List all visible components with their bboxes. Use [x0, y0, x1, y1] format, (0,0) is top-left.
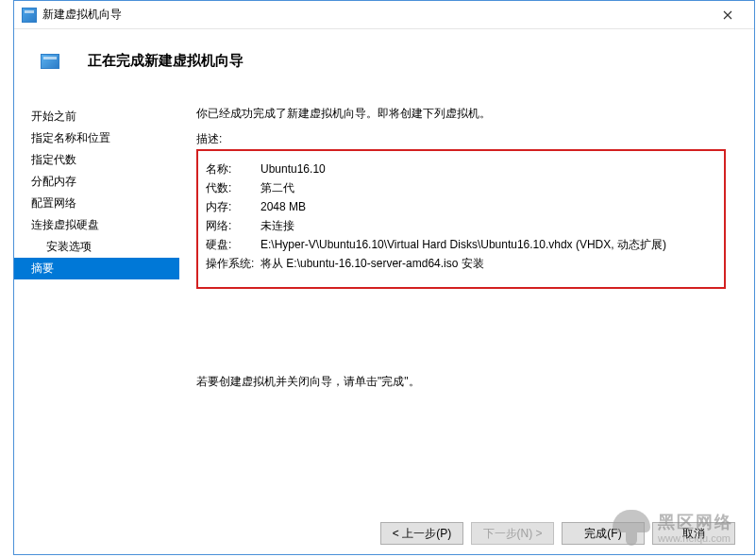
summary-row-name: 名称: Ubuntu16.10 [206, 160, 716, 177]
summary-value: 第二代 [260, 179, 716, 196]
step-name-location[interactable]: 指定名称和位置 [14, 127, 179, 149]
step-summary[interactable]: 摘要 [14, 258, 179, 279]
back-button[interactable]: < 上一步(P) [380, 522, 463, 545]
wizard-window: 新建虚拟机向导 正在完成新建虚拟机向导 开始之前 指定名称和位置 指定代数 分配… [13, 0, 755, 555]
wizard-icon [41, 54, 59, 69]
step-before-you-begin[interactable]: 开始之前 [14, 106, 179, 127]
step-install-options[interactable]: 安装选项 [14, 236, 179, 258]
left-edge [0, 0, 13, 557]
wizard-footer: < 上一步(P) 下一步(N) > 完成(F) 取消 [380, 522, 735, 545]
close-icon [723, 10, 732, 20]
summary-value: E:\Hyper-V\Ubuntu16.10\Virtual Hard Disk… [260, 236, 716, 253]
wizard-sidebar: 开始之前 指定名称和位置 指定代数 分配内存 配置网络 连接虚拟硬盘 安装选项 … [14, 89, 179, 485]
summary-key: 代数: [206, 179, 260, 196]
step-generation[interactable]: 指定代数 [14, 149, 179, 171]
summary-value: 将从 E:\ubuntu-16.10-server-amd64.iso 安装 [260, 255, 716, 272]
description-label: 描述: [196, 131, 726, 147]
next-button: 下一步(N) > [471, 522, 554, 545]
summary-row-generation: 代数: 第二代 [206, 179, 716, 196]
summary-row-disk: 硬盘: E:\Hyper-V\Ubuntu16.10\Virtual Hard … [206, 236, 716, 253]
close-button[interactable] [709, 2, 747, 28]
step-vhd[interactable]: 连接虚拟硬盘 [14, 214, 179, 236]
summary-key: 硬盘: [206, 236, 260, 253]
summary-key: 网络: [206, 217, 260, 234]
wizard-body: 开始之前 指定名称和位置 指定代数 分配内存 配置网络 连接虚拟硬盘 安装选项 … [14, 89, 754, 485]
summary-value: 未连接 [260, 217, 716, 234]
summary-value: Ubuntu16.10 [260, 160, 716, 177]
summary-row-os: 操作系统: 将从 E:\ubuntu-16.10-server-amd64.is… [206, 255, 716, 272]
summary-key: 操作系统: [206, 255, 260, 272]
instruction-text: 若要创建虚拟机并关闭向导，请单击"完成"。 [196, 374, 726, 390]
summary-row-memory: 内存: 2048 MB [206, 198, 716, 215]
step-memory[interactable]: 分配内存 [14, 171, 179, 193]
titlebar: 新建虚拟机向导 [14, 1, 754, 29]
wizard-content: 你已经成功完成了新建虚拟机向导。即将创建下列虚拟机。 描述: 名称: Ubunt… [179, 89, 754, 485]
cancel-button[interactable]: 取消 [652, 522, 735, 545]
wizard-title: 正在完成新建虚拟机向导 [88, 52, 244, 70]
intro-text: 你已经成功完成了新建虚拟机向导。即将创建下列虚拟机。 [196, 106, 726, 122]
summary-key: 名称: [206, 160, 260, 177]
step-network[interactable]: 配置网络 [14, 193, 179, 214]
summary-key: 内存: [206, 198, 260, 215]
summary-row-network: 网络: 未连接 [206, 217, 716, 234]
summary-value: 2048 MB [260, 198, 716, 215]
summary-box: 名称: Ubuntu16.10 代数: 第二代 内存: 2048 MB 网络: … [196, 149, 726, 289]
finish-button[interactable]: 完成(F) [562, 522, 645, 545]
window-title: 新建虚拟机向导 [42, 7, 709, 23]
wizard-header: 正在完成新建虚拟机向导 [14, 29, 754, 89]
app-icon [22, 8, 37, 23]
